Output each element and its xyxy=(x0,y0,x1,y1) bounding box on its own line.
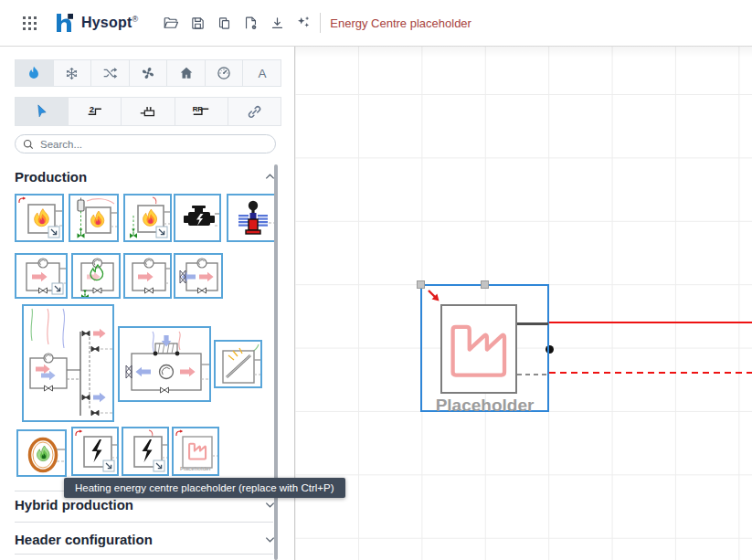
tab-radiator[interactable] xyxy=(122,98,175,125)
tab-home[interactable] xyxy=(167,60,206,86)
tile-chp-engine[interactable] xyxy=(174,194,221,242)
tile-gas-boiler[interactable] xyxy=(15,194,64,242)
factory-icon xyxy=(442,306,515,392)
electrode-boiler-icon xyxy=(228,195,274,240)
component-label: Placeholder xyxy=(413,396,556,416)
tile-hx-red[interactable] xyxy=(123,253,172,299)
svg-text:A: A xyxy=(258,67,266,80)
tile-boiler-header[interactable] xyxy=(69,194,119,242)
tab-snowflake[interactable] xyxy=(54,60,92,86)
tab-shuffle[interactable] xyxy=(91,60,130,86)
schematic-canvas[interactable]: Placeholder xyxy=(294,47,752,560)
tile-hx-green[interactable] xyxy=(71,253,121,299)
tooltip: Heating energy centre placeholder (repla… xyxy=(64,478,345,498)
tab-link[interactable] xyxy=(228,98,281,125)
tab-select-cursor[interactable] xyxy=(16,98,69,125)
electric-boiler-alt-icon xyxy=(123,428,167,474)
tile-ec-placeholder[interactable]: Placeholder xyxy=(172,427,219,476)
return-stub xyxy=(517,374,548,375)
hysopt-logo-icon xyxy=(53,12,75,34)
return-connection-line[interactable] xyxy=(549,372,752,374)
hx-red-icon xyxy=(125,255,170,297)
apps-grid-icon[interactable] xyxy=(20,14,38,32)
chp-engine-icon xyxy=(175,195,219,240)
gas-boiler-icon xyxy=(16,195,62,240)
copy-icon[interactable] xyxy=(215,14,233,32)
brand-text: Hysopt xyxy=(81,15,132,30)
tile-heat-pump[interactable] xyxy=(118,326,211,402)
boiler-header-icon xyxy=(70,195,117,240)
tile-hp-multi[interactable] xyxy=(22,304,114,422)
search-input[interactable] xyxy=(38,138,268,151)
hp-multi-icon xyxy=(24,306,112,420)
app-root: Hysopt® Energy Centre placeholder A 2RR … xyxy=(0,0,752,560)
ec-placeholder-icon xyxy=(174,428,217,474)
resize-handle-top-center[interactable] xyxy=(481,280,489,289)
secondary-tab-bar: 2RR xyxy=(15,97,281,126)
tab-fan[interactable] xyxy=(130,60,168,86)
section-divider xyxy=(15,522,273,523)
boiler-valve-icon xyxy=(125,195,170,240)
hx-green-icon xyxy=(73,255,119,297)
section-hybrid-label: Hybrid production xyxy=(15,497,133,512)
electric-boiler-icon xyxy=(73,428,117,474)
search-box xyxy=(15,134,276,153)
placeholder-component[interactable] xyxy=(440,304,517,394)
section-headercfg-label: Header configuration xyxy=(15,532,153,547)
toolbar xyxy=(162,14,312,32)
heat-pump-icon xyxy=(120,328,209,400)
document-title: Energy Centre placeholder xyxy=(330,16,471,30)
save-icon[interactable] xyxy=(188,14,207,32)
tab-rr-port[interactable]: RR xyxy=(175,98,228,125)
tile-electrode-boiler[interactable] xyxy=(227,194,276,242)
tile-biomass-boiler[interactable] xyxy=(16,429,67,477)
tab-two-port[interactable]: 2 xyxy=(69,98,122,125)
tile-electric-boiler[interactable] xyxy=(71,427,119,476)
biomass-boiler-icon xyxy=(18,431,65,475)
top-bar: Hysopt® Energy Centre placeholder xyxy=(0,0,752,47)
supply-stub xyxy=(517,322,548,325)
tile-hx-substation[interactable] xyxy=(174,253,223,299)
section-production-label: Production xyxy=(15,169,87,185)
tile-hx-pump[interactable] xyxy=(15,253,68,299)
sparkles-icon[interactable] xyxy=(294,14,312,32)
hx-pump-icon xyxy=(16,255,66,297)
tab-gauge[interactable] xyxy=(206,60,244,86)
hx-substation-icon xyxy=(175,255,221,297)
section-production[interactable]: Production xyxy=(15,168,276,185)
section-header-configuration[interactable]: Header configuration xyxy=(15,531,276,547)
svg-text:2: 2 xyxy=(89,104,93,114)
tab-letter-a[interactable]: A xyxy=(243,60,281,86)
search-icon xyxy=(23,139,34,150)
replace-arrow-icon xyxy=(426,288,444,306)
file-gear-icon[interactable] xyxy=(241,14,259,32)
section-divider xyxy=(15,554,273,555)
primary-tab-bar: A xyxy=(15,59,281,87)
tab-flame[interactable] xyxy=(16,60,54,86)
solar-collector-icon xyxy=(216,342,260,386)
tile-boiler-valve[interactable] xyxy=(123,194,172,242)
resize-handle-top-left[interactable] xyxy=(417,280,425,289)
tile-electric-boiler-alt[interactable] xyxy=(122,427,169,476)
download-icon[interactable] xyxy=(268,14,286,32)
folder-open-icon[interactable] xyxy=(162,14,180,32)
supply-connection-line[interactable] xyxy=(549,322,752,323)
brand-name: Hysopt® xyxy=(81,15,138,31)
sidebar-scrollbar[interactable] xyxy=(274,164,278,560)
section-hybrid-production[interactable]: Hybrid production xyxy=(15,496,276,512)
registered-mark: ® xyxy=(132,15,138,24)
toolbar-divider xyxy=(320,13,321,33)
tile-solar-collector[interactable] xyxy=(214,340,262,388)
selected-component[interactable]: Placeholder xyxy=(420,284,549,412)
